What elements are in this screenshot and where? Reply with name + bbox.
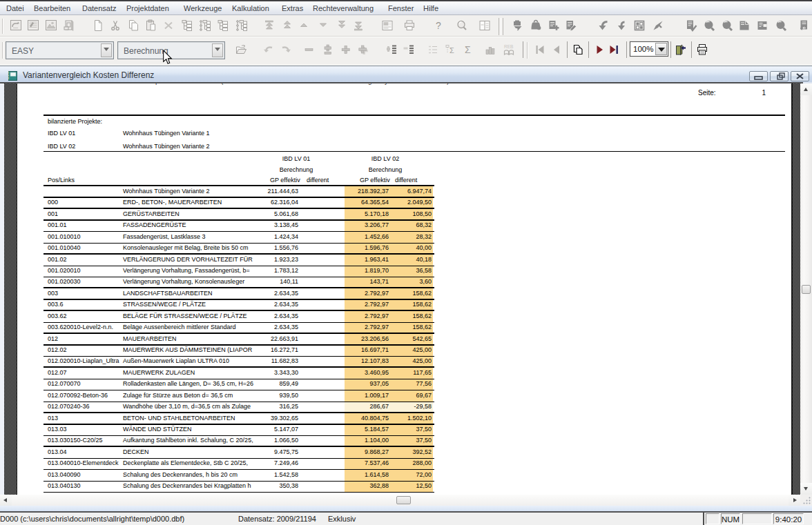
svg-text:REB: REB: [504, 44, 513, 49]
svg-text:Σ: Σ: [465, 44, 471, 55]
svg-text:?: ?: [436, 20, 441, 31]
svg-text:Σ: Σ: [450, 46, 454, 55]
